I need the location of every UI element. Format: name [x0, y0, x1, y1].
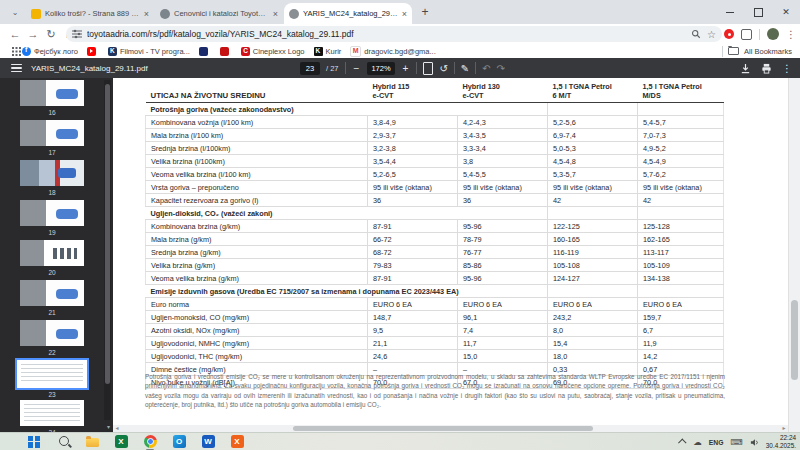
- extensions-puzzle-icon[interactable]: [741, 29, 752, 40]
- horizontal-scrollbar-thumb[interactable]: [293, 426, 593, 431]
- bookmark-item[interactable]: [220, 47, 232, 56]
- page-thumbnail[interactable]: 17: [0, 120, 104, 156]
- thumbnail-image[interactable]: [17, 360, 87, 388]
- tab-close-icon[interactable]: ×: [402, 9, 407, 19]
- profile-avatar[interactable]: [767, 28, 779, 40]
- back-button[interactable]: ←: [6, 28, 24, 40]
- zoom-level[interactable]: 172%: [367, 62, 394, 75]
- thumbnail-image[interactable]: [20, 280, 84, 306]
- thumbnail-scrollbar[interactable]: [104, 80, 111, 420]
- row-label: Kombinovana brzina (g/km): [146, 220, 368, 233]
- thumbnail-image[interactable]: [20, 320, 84, 346]
- horizontal-scrollbar[interactable]: ◂ ▸: [113, 425, 788, 432]
- maximize-button[interactable]: [744, 0, 772, 24]
- zoom-out-button[interactable]: −: [352, 63, 362, 74]
- taskbar-clock[interactable]: 22:24 30.4.2025.: [766, 434, 796, 450]
- thumbnail-image[interactable]: [20, 80, 84, 106]
- thumbnail-image[interactable]: [20, 400, 84, 426]
- table-row: Kapacitet rezervoara za gorivo (l)363642…: [146, 194, 724, 207]
- excel-taskbar-button[interactable]: X: [113, 434, 129, 450]
- bookmark-item[interactable]: Filmovi - TV progra...: [108, 47, 190, 56]
- row-value: 5,0-5,3: [548, 142, 638, 155]
- apps-grid-icon[interactable]: [12, 47, 14, 49]
- browser-tab[interactable]: Cenovnici i katalozi Toyota voz×: [155, 3, 283, 24]
- annotate-pen-icon[interactable]: ✎: [461, 63, 469, 74]
- thumbnail-image[interactable]: [20, 120, 84, 146]
- thumbnail-image[interactable]: [20, 200, 84, 226]
- gmail-bookmark-icon: [350, 46, 361, 57]
- browser-tab[interactable]: YARIS_MC24_katalog_29.11.pdf×: [284, 3, 412, 24]
- browser-tab[interactable]: Koliko troši? - Strana 889 - GA×: [26, 3, 154, 24]
- touch-keyboard-icon[interactable]: ⌨: [731, 437, 743, 447]
- redo-icon[interactable]: ↷: [497, 63, 505, 74]
- page-thumbnail[interactable]: 20: [0, 240, 104, 276]
- page-thumbnail[interactable]: 24: [0, 400, 104, 432]
- start-taskbar-button[interactable]: [26, 434, 42, 450]
- download-icon[interactable]: [740, 63, 751, 74]
- pdf-menu-icon[interactable]: [11, 64, 22, 72]
- reload-button[interactable]: ↻: [42, 28, 60, 41]
- bookmark-item[interactable]: Kurir: [314, 47, 342, 56]
- zoom-page-icon[interactable]: [691, 29, 701, 39]
- tab-search-chevron-icon[interactable]: ⌄: [6, 3, 24, 21]
- column-header-line2: e-CVT: [373, 91, 458, 100]
- page-thumbnail[interactable]: 18: [0, 160, 104, 196]
- orange-app-taskbar-button[interactable]: X: [229, 434, 245, 450]
- page-thumbnail[interactable]: 16: [0, 80, 104, 116]
- explorer-taskbar-button[interactable]: [84, 434, 100, 450]
- undo-icon[interactable]: ↶: [482, 63, 490, 74]
- fit-page-icon[interactable]: [423, 62, 433, 75]
- bookmark-item[interactable]: Фејсбук лого: [22, 47, 78, 56]
- page-thumbnail[interactable]: 19: [0, 200, 104, 236]
- rotate-icon[interactable]: ↺: [439, 63, 447, 74]
- bookmark-label: dragovic.bgd@gma...: [364, 47, 435, 56]
- weather-cloud-icon[interactable]: ☁: [693, 437, 702, 447]
- row-value: 105-109: [638, 259, 724, 272]
- youtube-bookmark-icon: [87, 47, 96, 56]
- vertical-scrollbar-thumb[interactable]: [791, 300, 798, 380]
- bookmark-star-icon[interactable]: ☆: [707, 29, 716, 40]
- page-thumbnail[interactable]: 21: [0, 280, 104, 316]
- page-thumbnail[interactable]: 23: [0, 360, 104, 398]
- forward-button[interactable]: →: [24, 28, 42, 40]
- close-window-button[interactable]: ✕: [772, 0, 800, 24]
- scroll-left-icon[interactable]: ◂: [113, 425, 121, 432]
- row-value: 36: [458, 194, 548, 207]
- tray-chevron-up-icon[interactable]: [678, 438, 686, 446]
- bookmark-item[interactable]: dragovic.bgd@gma...: [350, 46, 435, 57]
- row-value: 122-125: [548, 220, 638, 233]
- bookmark-item[interactable]: [199, 47, 211, 56]
- thumbnail-image[interactable]: [20, 240, 84, 266]
- bookmark-item[interactable]: [87, 47, 99, 56]
- adblock-extension-icon[interactable]: [724, 29, 734, 39]
- bookmark-item[interactable]: Cineplexx Logo: [241, 47, 305, 56]
- tab-close-icon[interactable]: ×: [273, 9, 278, 19]
- all-bookmarks-label[interactable]: All Bookmarks: [744, 47, 792, 56]
- page-thumbnail[interactable]: 22: [0, 320, 104, 356]
- scroll-right-icon[interactable]: ▸: [780, 425, 788, 432]
- thumbnail-scroll-down-icon[interactable]: ▾: [104, 422, 113, 432]
- outlook-taskbar-button[interactable]: O: [171, 434, 187, 450]
- zoom-in-button[interactable]: +: [401, 63, 411, 74]
- column-header-line1: Hybrid 130: [463, 82, 548, 91]
- word-taskbar-button[interactable]: W: [200, 434, 216, 450]
- table-row: Veoma velika brzina (g/km)87-9195-96124-…: [146, 272, 724, 285]
- tab-close-icon[interactable]: ×: [144, 9, 149, 19]
- pdf-more-menu-icon[interactable]: ⋮: [782, 63, 792, 74]
- print-icon[interactable]: [761, 63, 772, 74]
- page-number-input[interactable]: 23: [300, 62, 320, 75]
- url-omnibox[interactable]: toyotaadria.com/rs/pdf/katalog_vozila/YA…: [66, 26, 722, 42]
- site-info-tune-icon[interactable]: [72, 29, 82, 39]
- language-indicator[interactable]: ENG: [709, 439, 724, 446]
- vertical-scrollbar[interactable]: [788, 78, 800, 432]
- chrome-taskbar-button[interactable]: [142, 434, 158, 450]
- browser-menu-icon[interactable]: ⋮: [786, 29, 796, 40]
- row-label: Velika brzina (g/km): [146, 259, 368, 272]
- row-value: 4,5-4,8: [548, 155, 638, 168]
- column-header-line2: e-CVT: [463, 91, 548, 100]
- minimize-button[interactable]: [716, 0, 744, 24]
- thumbnail-image[interactable]: [20, 160, 84, 186]
- new-tab-button[interactable]: +: [417, 5, 433, 21]
- speaker-icon[interactable]: [750, 438, 759, 447]
- search-taskbar-button[interactable]: [55, 434, 71, 450]
